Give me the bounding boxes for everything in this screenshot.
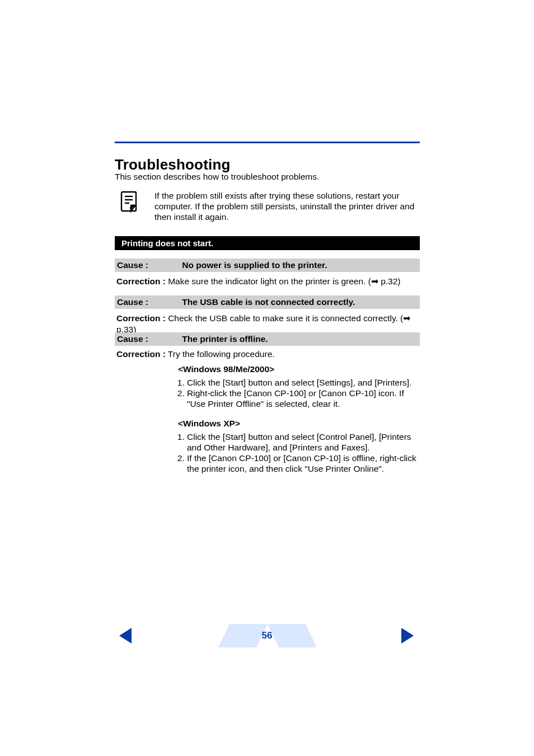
procedure-steps: Click the [Start] button and select [Set… [178, 377, 419, 409]
section-heading-band: Printing does not start. [115, 236, 420, 250]
svg-marker-7 [119, 628, 132, 644]
note-icon [120, 191, 138, 215]
ordered-list: Click the [Start] button and select [Con… [178, 431, 419, 474]
cause-label: Cause : [117, 259, 180, 272]
correction-text: Try the following procedure. [166, 349, 275, 359]
cause-row: Cause : The USB cable is not connected c… [115, 295, 420, 309]
correction-label: Correction : [116, 313, 166, 323]
cause-text: The printer is offline. [182, 334, 268, 344]
section-rule [115, 142, 420, 143]
list-item: Right-click the [Canon CP-100] or [Canon… [187, 388, 419, 409]
cause-row: Cause : The printer is offline. [115, 332, 420, 346]
section-heading: Printing does not start. [121, 238, 213, 248]
cause-row: Cause : No power is supplied to the prin… [115, 259, 420, 272]
correction-row: Correction : Try the following procedure… [116, 349, 421, 360]
correction-text: Make sure the indicator light on the pri… [166, 276, 371, 286]
procedure-steps: Click the [Start] button and select [Con… [178, 431, 419, 474]
arrow-icon: ➡ [371, 276, 381, 286]
page-number: 56 [0, 630, 534, 641]
cause-text: The USB cable is not connected correctly… [182, 297, 355, 307]
list-item: If the [Canon CP-100] or [Canon CP-10] i… [187, 453, 419, 474]
procedure-heading: <Windows XP> [178, 418, 419, 429]
correction-label: Correction : [116, 349, 166, 359]
svg-marker-8 [401, 628, 414, 644]
intro-paragraph: This section describes how to troublesho… [115, 171, 319, 182]
list-item: Click the [Start] button and select [Set… [187, 377, 419, 388]
page-ref: p.32) [381, 276, 400, 286]
document-page: Troubleshooting This section describes h… [0, 0, 534, 756]
procedure-heading: <Windows 98/Me/2000> [178, 364, 419, 374]
arrow-icon: ➡ [403, 313, 410, 323]
ordered-list: Click the [Start] button and select [Set… [178, 377, 419, 409]
list-item: Click the [Start] button and select [Con… [187, 431, 419, 453]
cause-label: Cause : [117, 295, 180, 309]
previous-page-button[interactable] [119, 628, 132, 646]
cause-text: No power is supplied to the printer. [182, 260, 327, 270]
correction-text: Check the USB cable to make sure it is c… [166, 313, 403, 323]
next-page-button[interactable] [401, 628, 414, 646]
note-text: If the problem still exists after trying… [154, 190, 420, 222]
correction-label: Correction : [116, 276, 166, 286]
correction-row: Correction : Check the USB cable to make… [116, 313, 421, 335]
cause-label: Cause : [117, 332, 180, 346]
correction-row: Correction : Make sure the indicator lig… [116, 276, 421, 287]
